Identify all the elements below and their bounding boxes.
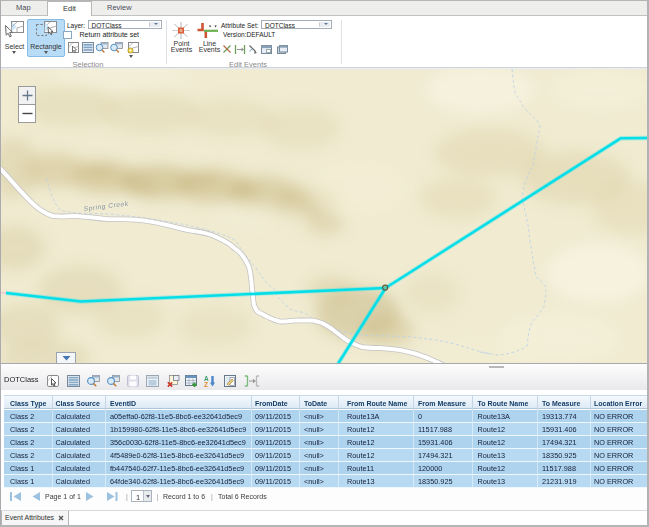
svg-text:Z: Z <box>204 381 208 388</box>
